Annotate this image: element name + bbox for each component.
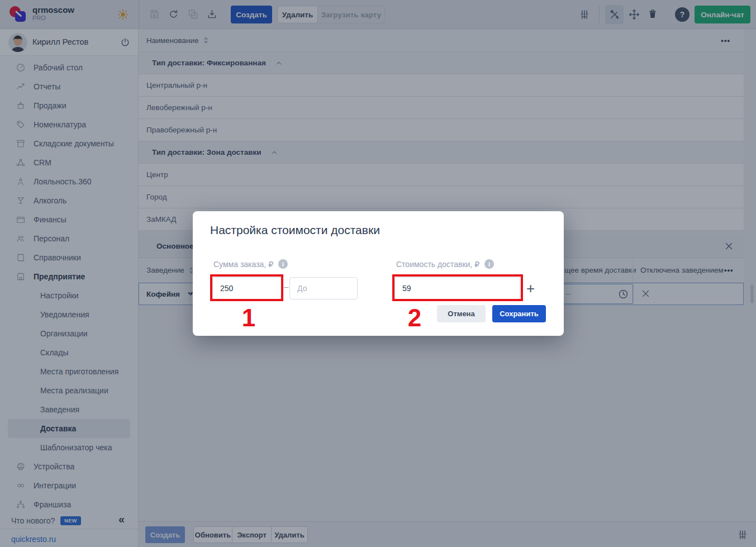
add-range-button[interactable]: + [526,278,535,299]
cancel-button[interactable]: Отмена [437,305,486,322]
save-button[interactable]: Сохранить [492,305,546,322]
annotation-box-2 [392,274,523,301]
delivery-cost-label: Стоимость доставки, ₽ [396,260,479,269]
annotation-box-1 [210,274,283,301]
order-sum-label-row: Сумма заказа, ₽ i [213,259,288,269]
delivery-cost-label-row: Стоимость доставки, ₽ i [396,259,494,269]
annotation-number-2: 2 [403,304,426,332]
order-sum-to-input[interactable] [289,277,358,299]
info-icon[interactable]: i [278,259,288,269]
order-sum-label: Сумма заказа, ₽ [213,260,273,269]
modal-title: Настройка стоимости доставки [210,223,380,237]
range-dash: – [284,282,288,291]
info-icon[interactable]: i [484,259,494,269]
annotation-number-1: 1 [237,304,260,332]
